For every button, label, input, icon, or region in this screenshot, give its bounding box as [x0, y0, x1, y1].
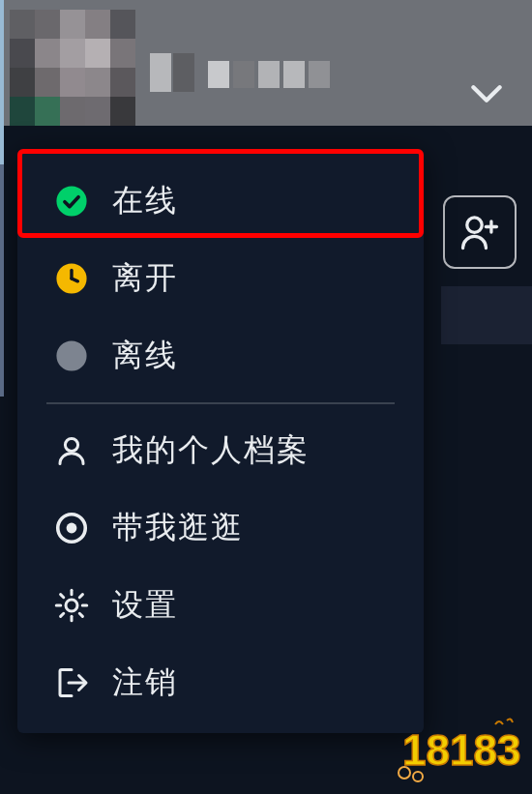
background-strip	[441, 286, 532, 344]
svg-rect-26	[283, 61, 305, 88]
svg-point-51	[413, 772, 423, 781]
status-offline-label: 离线	[112, 335, 178, 377]
clock-icon	[52, 259, 91, 298]
my-profile-label: 我的个人档案	[112, 429, 310, 472]
my-profile[interactable]: 我的个人档案	[17, 412, 424, 489]
explore-label: 带我逛逛	[112, 507, 244, 549]
svg-rect-13	[60, 68, 85, 97]
logout-label: 注销	[112, 662, 178, 704]
svg-rect-6	[10, 39, 35, 68]
svg-rect-27	[309, 61, 330, 88]
header-bar	[0, 0, 532, 126]
svg-rect-15	[110, 68, 135, 97]
svg-rect-9	[85, 39, 110, 68]
status-menu: 在线 离开 离线	[17, 149, 424, 733]
svg-rect-23	[208, 61, 229, 88]
svg-point-35	[56, 340, 86, 370]
add-friend-button[interactable]	[443, 195, 517, 269]
svg-rect-16	[10, 97, 35, 126]
check-circle-icon	[52, 182, 91, 221]
svg-rect-2	[35, 10, 60, 39]
svg-point-39	[66, 600, 77, 611]
person-icon	[52, 431, 91, 470]
svg-line-46	[61, 613, 64, 616]
svg-rect-8	[60, 39, 85, 68]
svg-point-36	[65, 438, 77, 451]
svg-point-50	[399, 767, 410, 779]
chevron-down-icon[interactable]	[470, 83, 503, 108]
status-online-label: 在线	[112, 180, 178, 222]
svg-rect-20	[110, 97, 135, 126]
svg-text:18183: 18183	[402, 726, 520, 774]
svg-line-47	[79, 595, 82, 598]
svg-rect-19	[85, 97, 110, 126]
svg-point-28	[467, 218, 482, 232]
svg-rect-11	[10, 68, 35, 97]
svg-rect-18	[60, 97, 85, 126]
svg-point-31	[56, 186, 86, 216]
person-plus-icon	[458, 211, 501, 253]
svg-rect-22	[173, 53, 194, 92]
offline-dot-icon	[52, 337, 91, 375]
svg-rect-5	[110, 10, 135, 39]
svg-line-44	[61, 595, 64, 598]
settings-label: 设置	[112, 584, 178, 627]
status-offline[interactable]: 离线	[17, 317, 424, 395]
svg-rect-3	[60, 10, 85, 39]
target-icon	[52, 509, 91, 547]
svg-point-38	[67, 523, 77, 534]
logout-icon	[52, 663, 91, 702]
svg-rect-7	[35, 39, 60, 68]
svg-rect-25	[258, 61, 280, 88]
gear-icon	[52, 586, 91, 625]
status-away[interactable]: 离开	[17, 240, 424, 317]
svg-rect-17	[35, 97, 60, 126]
svg-line-45	[79, 613, 82, 616]
menu-divider	[46, 402, 395, 404]
logout[interactable]: 注销	[17, 644, 424, 721]
status-online[interactable]: 在线	[17, 162, 424, 240]
svg-rect-4	[85, 10, 110, 39]
svg-rect-12	[35, 68, 60, 97]
svg-rect-1	[10, 10, 35, 39]
svg-rect-10	[110, 39, 135, 68]
svg-rect-14	[85, 68, 110, 97]
svg-rect-24	[233, 61, 254, 88]
username-blurred	[150, 53, 343, 92]
avatar[interactable]	[10, 10, 135, 126]
settings[interactable]: 设置	[17, 567, 424, 644]
status-away-label: 离开	[112, 257, 178, 300]
svg-rect-21	[150, 53, 171, 92]
explore[interactable]: 带我逛逛	[17, 489, 424, 567]
